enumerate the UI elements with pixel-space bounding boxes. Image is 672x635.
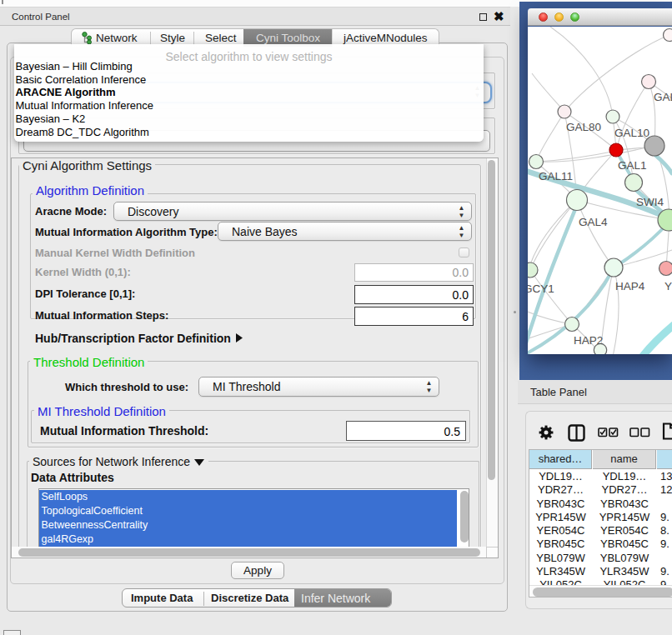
svg-text:GAL80: GAL80	[566, 121, 601, 133]
svg-text:GAL11: GAL11	[539, 170, 573, 182]
svg-text:HAP2: HAP2	[574, 334, 603, 347]
svg-text:GAL: GAL	[654, 91, 672, 103]
svg-text:GAL4: GAL4	[579, 216, 608, 228]
svg-text:GAL1: GAL1	[618, 159, 647, 172]
svg-text:GCY1: GCY1	[528, 282, 554, 295]
svg-text:Y: Y	[664, 280, 672, 292]
svg-text:SWI4: SWI4	[636, 196, 664, 208]
svg-text:HAP4: HAP4	[615, 280, 645, 292]
svg-text:GAL10: GAL10	[614, 127, 649, 139]
